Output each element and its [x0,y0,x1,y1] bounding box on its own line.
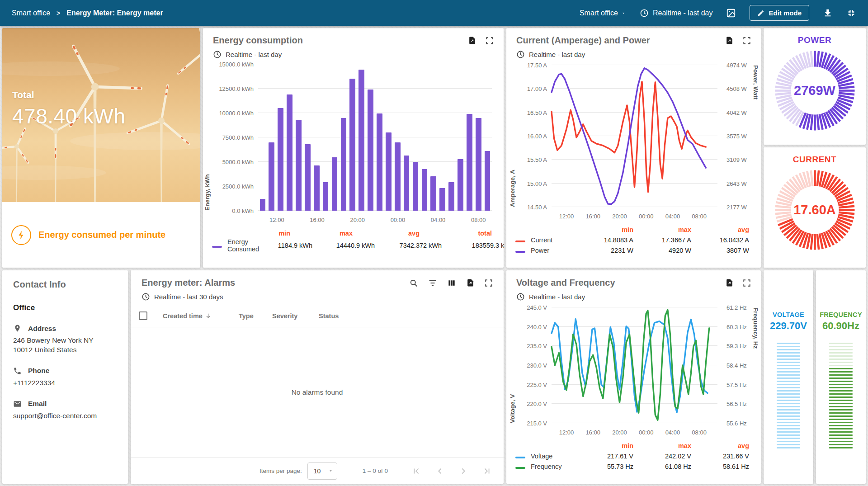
address-value: 246 Bowery New York NY 10012 United Stat… [13,336,117,355]
widget-timewindow[interactable]: Realtime - last day [213,50,494,59]
email-value: support@office-center.com [13,411,117,421]
energy-bolt-icon [11,225,31,245]
current-power-card: Current (Amperage) and Power Realtime - … [506,28,761,268]
export-icon[interactable] [466,278,475,287]
fullscreen-icon[interactable] [743,279,751,287]
legend-row[interactable]: Frequency55.73 Hz61.08 Hz58.61 Hz [515,461,749,472]
chevron-down-icon [621,10,626,16]
first-page-icon[interactable] [411,466,421,476]
level-bar [829,400,853,401]
y-tick-label: 230.0 V [506,362,547,369]
columns-icon[interactable] [447,278,456,288]
email-label: Email [28,400,47,408]
level-bar [829,365,853,366]
exit-fullscreen-icon[interactable] [846,8,856,18]
y-tick-label: 0.0 kWh [203,208,254,214]
alarms-empty-message: No alarms found [131,327,504,458]
x-tick-label: 08:00 [471,217,486,223]
download-icon[interactable] [823,8,833,18]
phone-label: Phone [28,367,49,375]
items-per-page-select[interactable]: 10 [307,462,337,480]
level-bar [829,377,853,379]
last-page-icon[interactable] [482,466,492,476]
legend-row[interactable]: Power2231 W4920 W3807 W [515,245,749,255]
level-bar [829,403,853,404]
bar [368,90,373,211]
legend-stat-value: 242.02 V [633,453,691,460]
widget-timewindow[interactable]: Realtime - last day [516,293,751,301]
y-tick-label: 240.0 V [506,323,547,330]
level-bar [777,393,800,395]
total-label: Total [12,90,125,100]
legend-swatch-color [212,246,222,248]
level-bar [829,434,853,436]
y-tick-label: 16.00 A [506,133,547,140]
legend-series-name: Energy Consumed [227,238,259,253]
bar [323,182,329,211]
bar [278,108,283,211]
fullscreen-icon[interactable] [486,37,494,45]
widget-timewindow[interactable]: Realtime - last day [516,50,751,59]
gauge-value: 229.70V [764,320,813,332]
y-tick-label: 2500.0 kWh [203,183,254,190]
entity-select-dropdown[interactable]: Smart office [580,9,626,17]
y-tick-label: 2177 W [722,204,761,211]
y-tick-label: 17.00 A [506,85,547,92]
previous-page-icon[interactable] [435,466,445,476]
level-bar [829,438,853,439]
breadcrumb-dashboard[interactable]: Smart office [12,9,50,17]
column-status[interactable]: Status [319,312,504,320]
legend-stat-header: min [576,442,633,449]
location-pin-icon [13,324,22,333]
filter-icon[interactable] [428,278,437,288]
bar [314,165,320,211]
level-bar [829,428,853,429]
select-all-checkbox[interactable] [139,311,147,320]
export-icon[interactable] [725,36,734,45]
fullscreen-icon[interactable] [743,37,751,45]
legend-row[interactable]: Current14.8083 A17.3667 A16.0432 A [515,235,749,245]
dashboard-image-button[interactable] [726,8,736,18]
gridline [258,137,492,137]
legend-row[interactable]: Voltage217.61 V242.02 V231.66 V [515,451,749,461]
level-bar [829,374,853,376]
bar [349,79,355,211]
gauge-title: CURRENT [764,155,866,165]
column-severity[interactable]: Severity [272,312,319,320]
edit-mode-button[interactable]: Edit mode [750,5,809,21]
clock-icon [516,293,525,301]
level-bar [777,377,800,379]
x-axis-labels: 12:0016:0020:0000:0004:0008:00 [552,209,717,220]
level-bar [829,409,853,411]
next-page-icon[interactable] [458,466,468,476]
y-tick-label: 10000.0 kWh [203,110,254,117]
level-bar [777,396,800,398]
export-icon[interactable] [468,36,476,45]
gridline [258,113,492,113]
y-axis-labels-right: 4974 W4508 W4042 W3575 W3109 W2643 W2177… [722,65,761,207]
alarms-pagination: Items per page: 10 1 – 0 of 0 [131,458,504,484]
y-tick-label: 61.2 Hz [722,304,761,311]
legend-series-name: Current [531,236,576,244]
top-toolbar: Smart office > Energy Meter: Energy mete… [0,0,868,26]
level-bar [777,343,800,344]
chart-legend: minmaxavgVoltage217.61 V242.02 V231.66 V… [506,440,761,476]
legend-swatch-color [515,457,525,458]
column-created-time[interactable]: Created time [163,312,239,320]
legend-stat-value: 14440.9 kWh [312,242,375,249]
bar [287,94,292,211]
legend-row[interactable]: Energy Consumed1184.9 kWh14440.9 kWh7342… [212,238,492,249]
fullscreen-icon[interactable] [485,279,493,287]
search-icon[interactable] [409,278,418,288]
total-value: 478.40 kWh [12,104,125,128]
column-type[interactable]: Type [239,312,272,320]
total-energy-card: Total 478.40 kWh Energy consumed per min… [2,28,200,268]
bar [485,151,491,211]
level-bar [829,355,853,357]
level-bar [777,365,800,366]
timewindow-button[interactable]: Realtime - last day [640,9,713,18]
x-tick-label: 12:00 [559,213,574,220]
widget-timewindow[interactable]: Realtime - last 30 days [142,293,493,301]
x-tick-label: 04:00 [665,429,680,436]
export-icon[interactable] [725,278,734,287]
